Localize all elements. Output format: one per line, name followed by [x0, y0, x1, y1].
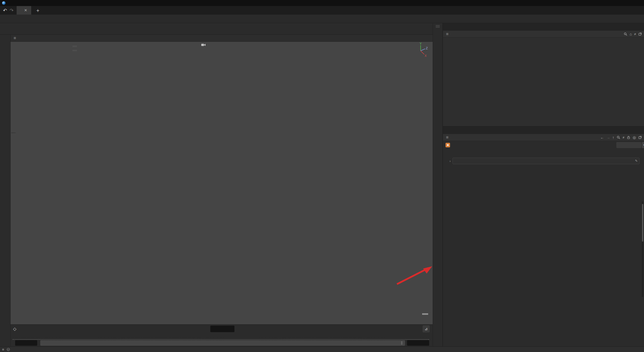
object-manager-tabs [443, 23, 644, 31]
new-document-button[interactable]: ＋ [31, 6, 44, 15]
object-manager-menu-icon[interactable]: ≡ [445, 32, 450, 37]
camera-icon[interactable] [201, 43, 206, 47]
chevron-down-icon[interactable]: ▼ [642, 142, 644, 148]
history-back-icon[interactable]: ← [600, 135, 604, 140]
orientation-gizmo[interactable]: Y Z X [413, 42, 429, 58]
attribute-menu-icon[interactable]: ≡ [445, 135, 450, 140]
timeline-ruler[interactable] [13, 333, 429, 340]
popout-icon[interactable] [638, 32, 642, 36]
viewport-3d[interactable]: Y Z X [11, 42, 433, 324]
filter-icon[interactable]: ≠ [634, 32, 636, 36]
tool-palette [0, 35, 11, 346]
keyframe-icon[interactable]: ◇ [13, 326, 16, 332]
camera-label[interactable] [200, 43, 206, 47]
hud-emitters [72, 46, 77, 47]
viewport-menubar: ≡ [11, 35, 433, 42]
attribute-object-header: ✱ ▼ [443, 141, 644, 149]
range-end-field[interactable] [407, 340, 429, 346]
history-forward-icon[interactable]: → [606, 135, 610, 140]
parent-icon[interactable]: ↑ [612, 135, 614, 140]
range-grip[interactable] [401, 341, 403, 345]
svg-text:X: X [425, 54, 427, 58]
close-tab-icon[interactable]: ✕ [24, 8, 27, 13]
status-menu-icon[interactable]: ≡ [2, 347, 4, 351]
workspace-tabs [641, 6, 644, 15]
cinema4d-window: ↶ ↷ ✕ ＋ ≡ [0, 0, 644, 352]
actions-field[interactable]: ✎ [453, 158, 639, 164]
edit-pencil-icon[interactable]: ✎ [635, 159, 638, 163]
object-manager-toolicons: ⌂ ≠ [624, 32, 642, 36]
workspace: ≡ [0, 23, 644, 346]
attribute-body: › ✎ [443, 151, 644, 346]
object-manager: ≡ ⌂ ≠ [443, 23, 644, 126]
viewport-menu-icon[interactable]: ≡ [13, 36, 17, 41]
undo-icon[interactable]: ↶ [3, 8, 7, 13]
right-panel: ≡ ⌂ ≠ ≡ ← [443, 23, 644, 346]
preset-dropdown[interactable]: ▼ [616, 142, 641, 148]
xpemitter-icon: ✱ [446, 143, 450, 147]
target-icon[interactable]: ◎ [633, 135, 636, 140]
svg-text:Y: Y [420, 42, 422, 46]
main-toolbar [0, 23, 433, 35]
statusbar: ≡ [0, 346, 644, 352]
titlebar [0, 0, 644, 6]
object-tree [443, 38, 644, 126]
home-icon[interactable]: ⌂ [630, 32, 632, 36]
particle-hud [72, 45, 77, 53]
document-tab[interactable]: ✕ [17, 6, 31, 15]
palette-drag-handle[interactable] [436, 25, 440, 28]
chevron-right-icon[interactable]: › [450, 159, 451, 163]
filter-icon[interactable]: ≠ [623, 136, 624, 139]
search-icon[interactable] [624, 32, 627, 36]
main-menubar [0, 15, 644, 23]
grid-spacing-label [422, 313, 428, 315]
annotation-arrow [395, 265, 433, 286]
actions-row: › ✎ [448, 158, 640, 164]
c4d-logo-icon [2, 1, 6, 5]
attribute-menubar: ≡ ← → ↑ ≠ ◎ [443, 134, 644, 141]
lock-icon[interactable] [627, 136, 630, 139]
attribute-tab-row [443, 149, 644, 151]
redo-icon[interactable]: ↷ [10, 8, 14, 13]
range-start-field[interactable] [15, 340, 37, 346]
attribute-manager: ≡ ← → ↑ ≠ ◎ ✱ [443, 126, 644, 346]
attribute-scrollbar[interactable] [642, 201, 643, 297]
popout-icon[interactable] [638, 136, 642, 139]
side-icon-strip [433, 23, 443, 346]
document-tabbar: ↶ ↷ ✕ ＋ [0, 6, 644, 15]
tool-hint-label [11, 132, 16, 133]
current-frame-field[interactable] [210, 326, 234, 332]
search-icon[interactable] [617, 136, 620, 139]
range-slider[interactable] [40, 340, 405, 346]
timeline: ◇ ⊿ [11, 324, 433, 346]
status-check-icon [7, 348, 10, 351]
hud-particles [72, 50, 77, 51]
attribute-toolicons: ← → ↑ ≠ ◎ [600, 135, 642, 140]
svg-text:Z: Z [426, 47, 428, 50]
viewport-scene[interactable] [11, 42, 433, 324]
attribute-panel-tabs [443, 126, 644, 134]
fcurve-icon[interactable]: ⊿ [423, 325, 430, 332]
object-manager-menubar: ≡ ⌂ ≠ [443, 31, 644, 38]
